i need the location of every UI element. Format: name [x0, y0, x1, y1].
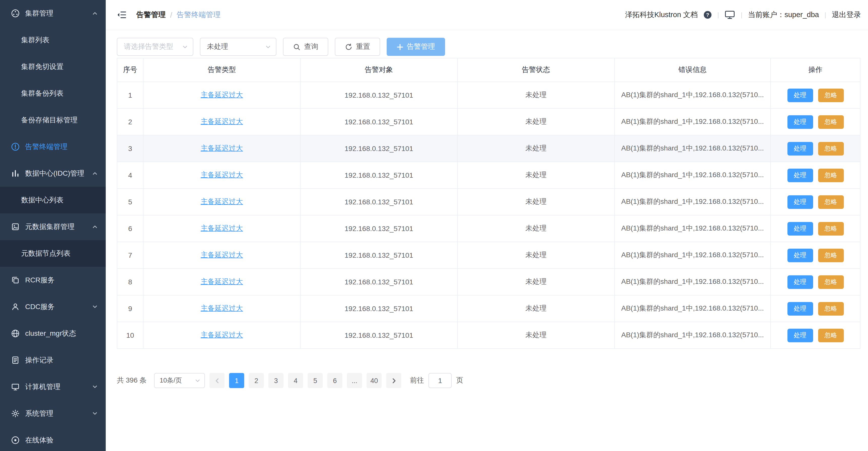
cell-error-message: AB(1)集群的shard_1中,192.168.0.132(5710... — [615, 82, 771, 108]
alert-type-link[interactable]: 主备延迟过大 — [200, 331, 243, 339]
sidebar-item[interactable]: 元数据节点列表 — [0, 240, 106, 267]
pagination-page-button[interactable]: 1 — [229, 373, 244, 388]
cell-index: 9 — [117, 295, 143, 322]
sidebar-item[interactable]: 操作记录 — [0, 347, 106, 374]
pagination-total-label: 共 396 条 — [117, 376, 147, 385]
pagination-next-button[interactable] — [386, 373, 401, 388]
pagination-page-button[interactable]: 5 — [308, 373, 323, 388]
alert-type-link[interactable]: 主备延迟过大 — [200, 91, 243, 99]
sidebar-item[interactable]: 元数据集群管理 — [0, 214, 106, 240]
handle-button[interactable]: 处理 — [787, 222, 813, 235]
sidebar-menu: 集群管理集群列表集群免切设置集群备份列表备份存储目标管理告警终端管理数据中心(I… — [0, 0, 106, 451]
handle-button[interactable]: 处理 — [787, 142, 813, 155]
page-size-select[interactable]: 10条/页 — [154, 373, 205, 388]
sidebar-item-label: 集群免切设置 — [21, 62, 98, 71]
question-icon[interactable]: ? — [703, 10, 712, 19]
chevron-up-icon — [92, 10, 98, 16]
pagination-page-button[interactable]: 4 — [288, 373, 303, 388]
ignore-button[interactable]: 忽略 — [818, 248, 844, 262]
cell-actions: 处理忽略 — [771, 242, 860, 268]
cell-alert-target: 192.168.0.132_57101 — [300, 82, 457, 108]
pagination-prev-button[interactable] — [210, 373, 224, 388]
sidebar-item[interactable]: RCR服务 — [0, 267, 106, 293]
ignore-button[interactable]: 忽略 — [818, 328, 844, 342]
ignore-button[interactable]: 忽略 — [818, 195, 844, 208]
pagination-page-button[interactable]: 3 — [268, 373, 283, 388]
alert-type-link[interactable]: 主备延迟过大 — [200, 197, 243, 205]
cell-alert-target: 192.168.0.132_57101 — [300, 242, 457, 268]
sidebar-item[interactable]: 数据中心列表 — [0, 187, 106, 214]
alert-status-select[interactable]: 未处理 — [200, 38, 276, 56]
sidebar-item[interactable]: 系统管理 — [0, 400, 106, 427]
sidebar-item[interactable]: 集群备份列表 — [0, 80, 106, 107]
alert-manage-button[interactable]: 告警管理 — [387, 38, 445, 56]
sidebar-item[interactable]: 告警终端管理 — [0, 133, 106, 160]
handle-button[interactable]: 处理 — [787, 168, 813, 182]
monitor-icon[interactable] — [724, 10, 735, 20]
sidebar-item[interactable]: 备份存储目标管理 — [0, 107, 106, 133]
pagination-page-button[interactable]: 6 — [327, 373, 342, 388]
pagination: 共 396 条 10条/页 123456...40 前往 页 — [117, 373, 857, 388]
alert-type-link[interactable]: 主备延迟过大 — [200, 251, 243, 259]
pagination-page-button[interactable]: 2 — [249, 373, 264, 388]
cell-error-message: AB(1)集群的shard_1中,192.168.0.132(5710... — [615, 268, 771, 295]
table-row: 10主备延迟过大192.168.0.132_57101未处理AB(1)集群的sh… — [117, 322, 860, 349]
refresh-icon — [345, 43, 352, 51]
ignore-button[interactable]: 忽略 — [818, 222, 844, 235]
table-row: 6主备延迟过大192.168.0.132_57101未处理AB(1)集群的sha… — [117, 215, 860, 242]
cell-actions: 处理忽略 — [771, 295, 860, 322]
brand-doc-link[interactable]: 泽拓科技Klustron 文档 — [625, 10, 698, 20]
sidebar-item[interactable]: 在线体验 — [0, 427, 106, 451]
handle-button[interactable]: 处理 — [787, 115, 813, 129]
ignore-button[interactable]: 忽略 — [818, 275, 844, 289]
sidebar-item[interactable]: CDC服务 — [0, 293, 106, 320]
handle-button[interactable]: 处理 — [787, 328, 813, 342]
chevron-down-icon — [92, 384, 98, 390]
table-body: 1主备延迟过大192.168.0.132_57101未处理AB(1)集群的sha… — [117, 82, 860, 349]
sidebar-item[interactable]: 集群列表 — [0, 27, 106, 53]
sidebar-item[interactable]: 集群免切设置 — [0, 53, 106, 80]
ignore-button[interactable]: 忽略 — [818, 168, 844, 182]
menu-fold-icon[interactable] — [117, 10, 126, 19]
alerts-table: 序号告警类型告警对象告警状态错误信息操作 1主备延迟过大192.168.0.13… — [117, 58, 861, 349]
alert-type-link[interactable]: 主备延迟过大 — [200, 144, 243, 152]
pagination-page-button[interactable]: 40 — [367, 373, 382, 388]
handle-button[interactable]: 处理 — [787, 302, 813, 315]
alert-icon — [11, 142, 20, 151]
ignore-button[interactable]: 忽略 — [818, 88, 844, 102]
handle-button[interactable]: 处理 — [787, 275, 813, 289]
ignore-button[interactable]: 忽略 — [818, 142, 844, 155]
sidebar-item[interactable]: 数据中心(IDC)管理 — [0, 160, 106, 187]
alert-type-link[interactable]: 主备延迟过大 — [200, 304, 243, 312]
ignore-button[interactable]: 忽略 — [818, 115, 844, 129]
alert-type-link[interactable]: 主备延迟过大 — [200, 117, 243, 125]
reset-button[interactable]: 重置 — [335, 38, 380, 56]
page-jump-input[interactable] — [429, 373, 452, 388]
alert-type-link[interactable]: 主备延迟过大 — [200, 277, 243, 285]
metadata-icon — [11, 223, 20, 231]
breadcrumb-parent[interactable]: 告警管理 — [136, 10, 166, 20]
search-button[interactable]: 查询 — [283, 38, 328, 56]
table-wrap: 序号告警类型告警对象告警状态错误信息操作 1主备延迟过大192.168.0.13… — [117, 58, 857, 349]
ignore-button[interactable]: 忽略 — [818, 302, 844, 315]
sidebar-item[interactable]: 计算机管理 — [0, 374, 106, 400]
logout-button[interactable]: 退出登录 — [832, 10, 861, 20]
sidebar-item[interactable]: cluster_mgr状态 — [0, 320, 106, 347]
handle-button[interactable]: 处理 — [787, 195, 813, 208]
sidebar-item-label: 备份存储目标管理 — [21, 116, 98, 125]
alert-type-link[interactable]: 主备延迟过大 — [200, 171, 243, 179]
cell-alert-target: 192.168.0.132_57101 — [300, 135, 457, 162]
handle-button[interactable]: 处理 — [787, 88, 813, 102]
handle-button[interactable]: 处理 — [787, 248, 813, 262]
sidebar-item-label: 数据中心列表 — [21, 196, 98, 204]
jump-suffix-label: 页 — [456, 376, 463, 385]
pagination-more-button[interactable]: ... — [347, 373, 362, 388]
sidebar-item[interactable]: 集群管理 — [0, 0, 106, 27]
sidebar-item-label: 计算机管理 — [25, 382, 92, 391]
sidebar-item-label: 数据中心(IDC)管理 — [25, 169, 92, 178]
chevron-down-icon — [265, 44, 271, 50]
sidebar-item-label: 在线体验 — [25, 436, 98, 445]
cell-index: 4 — [117, 162, 143, 189]
alert-type-select[interactable]: 请选择告警类型 — [117, 38, 193, 56]
alert-type-link[interactable]: 主备延迟过大 — [200, 224, 243, 232]
